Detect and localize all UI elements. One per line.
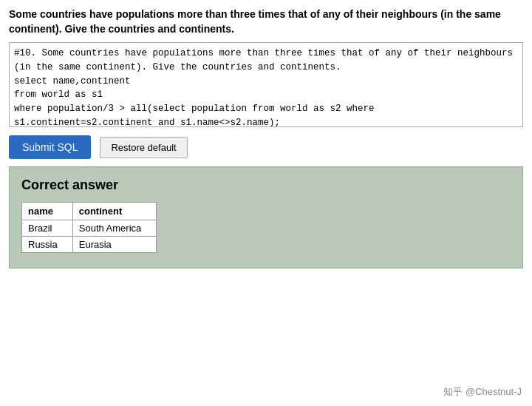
cell-name-1: Brazil: [22, 220, 73, 237]
cell-continent-2: Eurasia: [72, 237, 157, 253]
restore-default-button[interactable]: Restore default: [100, 137, 187, 158]
table-row: Russia Eurasia: [22, 237, 157, 253]
cell-continent-1: South America: [72, 220, 157, 237]
cell-name-2: Russia: [22, 237, 73, 253]
page-wrapper: Some countries have populations more tha…: [0, 0, 532, 406]
submit-sql-button[interactable]: Submit SQL: [9, 135, 91, 159]
watermark: 知乎 @Chestnut-J: [443, 385, 522, 399]
correct-answer-title: Correct answer: [21, 177, 511, 193]
table-row: Brazil South America: [22, 220, 157, 237]
col-header-continent: continent: [72, 203, 157, 220]
col-header-name: name: [22, 203, 73, 220]
sql-editor[interactable]: #10. Some countries have populations mor…: [9, 42, 523, 127]
question-text: Some countries have populations more tha…: [9, 7, 523, 36]
button-row: Submit SQL Restore default: [9, 135, 523, 159]
result-table: name continent Brazil South America Russ…: [21, 202, 157, 253]
correct-answer-section: Correct answer name continent Brazil Sou…: [9, 166, 523, 268]
table-header-row: name continent: [22, 203, 157, 220]
